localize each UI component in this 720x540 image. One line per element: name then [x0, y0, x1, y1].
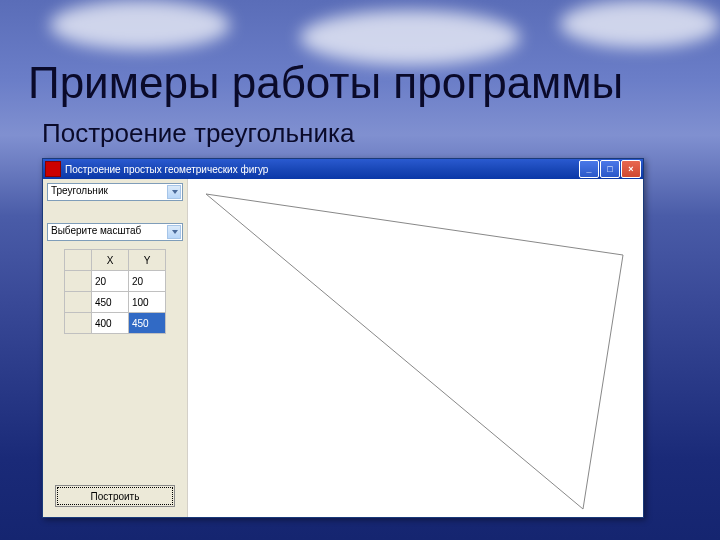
- cloud-decoration: [560, 0, 720, 48]
- cell-x[interactable]: 20: [92, 271, 129, 292]
- shape-combo-value: Треугольник: [51, 185, 108, 196]
- drawing-canvas[interactable]: [188, 179, 643, 517]
- scale-combo[interactable]: Выберите масштаб: [47, 223, 183, 241]
- maximize-button[interactable]: □: [600, 160, 620, 178]
- client-area: Треугольник Выберите масштаб X Y 20 20 4…: [43, 179, 643, 517]
- row-header: [65, 313, 92, 334]
- build-button[interactable]: Построить: [55, 485, 175, 507]
- cloud-decoration: [300, 10, 520, 65]
- row-header: [65, 292, 92, 313]
- cell-x[interactable]: 400: [92, 313, 129, 334]
- table-row[interactable]: 450 100: [65, 292, 166, 313]
- col-x: X: [92, 250, 129, 271]
- points-table[interactable]: X Y 20 20 450 100 400 450: [64, 249, 166, 334]
- col-y: Y: [129, 250, 166, 271]
- table-corner: [65, 250, 92, 271]
- cell-y[interactable]: 100: [129, 292, 166, 313]
- close-button[interactable]: ×: [621, 160, 641, 178]
- app-window: Построение простых геометрических фигур …: [42, 158, 644, 518]
- scale-combo-value: Выберите масштаб: [51, 225, 141, 236]
- cloud-decoration: [50, 0, 230, 50]
- build-button-label: Построить: [91, 491, 140, 502]
- app-icon: [45, 161, 61, 177]
- slide-subtitle: Построение треугольника: [42, 118, 354, 149]
- titlebar[interactable]: Построение простых геометрических фигур …: [43, 159, 643, 179]
- row-header: [65, 271, 92, 292]
- table-row[interactable]: 20 20: [65, 271, 166, 292]
- svg-line-1: [583, 255, 623, 509]
- window-buttons: _ □ ×: [579, 160, 641, 178]
- sidebar: Треугольник Выберите масштаб X Y 20 20 4…: [43, 179, 188, 517]
- cell-y-selected[interactable]: 450: [129, 313, 166, 334]
- shape-combo[interactable]: Треугольник: [47, 183, 183, 201]
- table-header-row: X Y: [65, 250, 166, 271]
- cell-x[interactable]: 450: [92, 292, 129, 313]
- cell-y[interactable]: 20: [129, 271, 166, 292]
- table-row[interactable]: 400 450: [65, 313, 166, 334]
- slide-title: Примеры работы программы: [28, 58, 623, 108]
- window-title: Построение простых геометрических фигур: [65, 164, 579, 175]
- triangle-shape: [188, 179, 643, 517]
- minimize-button[interactable]: _: [579, 160, 599, 178]
